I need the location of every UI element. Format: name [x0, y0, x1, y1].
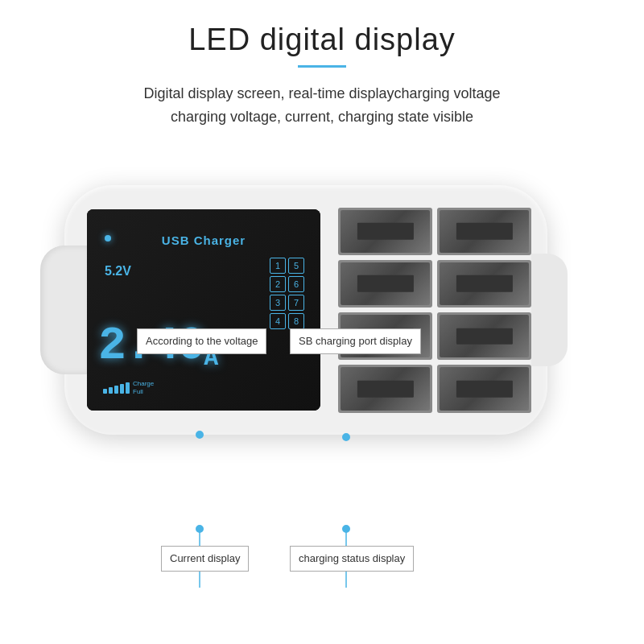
title-underline — [298, 65, 346, 68]
page-title: LED digital display — [0, 0, 644, 57]
usb-port-1[interactable] — [338, 208, 432, 255]
port-1: 1 — [270, 258, 286, 274]
dot-voltage — [196, 431, 204, 439]
port-5: 5 — [288, 258, 304, 274]
usb-port-4[interactable] — [437, 260, 531, 308]
usb-charger-label: USB Charger — [162, 233, 246, 247]
port-3: 3 — [270, 295, 286, 311]
callout-voltage: According to the voltage — [137, 328, 266, 354]
led-panel: USB Charger 5.2V 1 5 2 6 3 7 4 8 2.40A — [87, 209, 320, 411]
port-8: 8 — [288, 313, 304, 329]
charge-status: ChargeFull — [133, 380, 154, 395]
voltage-label: 5.2V — [105, 264, 131, 279]
port-4: 4 — [270, 313, 286, 329]
usb-port-8[interactable] — [437, 365, 531, 412]
device-body: USB Charger 5.2V 1 5 2 6 3 7 4 8 2.40A — [64, 185, 547, 435]
dot-charging-status — [342, 525, 350, 533]
usb-ports-grid — [338, 208, 531, 413]
port-2: 2 — [270, 276, 286, 292]
usb-port-6[interactable] — [437, 312, 531, 360]
battery-indicator: ChargeFull — [103, 380, 154, 395]
port-7: 7 — [288, 295, 304, 311]
subtitle: Digital display screen, real-time displa… — [0, 82, 644, 129]
port-numbers-grid: 1 5 2 6 3 7 4 8 — [270, 258, 304, 329]
port-6: 6 — [288, 276, 304, 292]
dot-usb-port — [342, 433, 350, 441]
callout-usb-port: SB charging port display — [290, 328, 421, 354]
usb-port-3[interactable] — [338, 260, 432, 308]
dot-indicator — [105, 235, 111, 242]
usb-port-2[interactable] — [437, 208, 531, 255]
callout-current: Current display — [161, 546, 249, 572]
dot-current — [196, 525, 204, 533]
callout-charging-status: charging status display — [290, 546, 414, 572]
usb-port-7[interactable] — [338, 365, 432, 412]
diagram-area: USB Charger 5.2V 1 5 2 6 3 7 4 8 2.40A — [0, 153, 644, 604]
